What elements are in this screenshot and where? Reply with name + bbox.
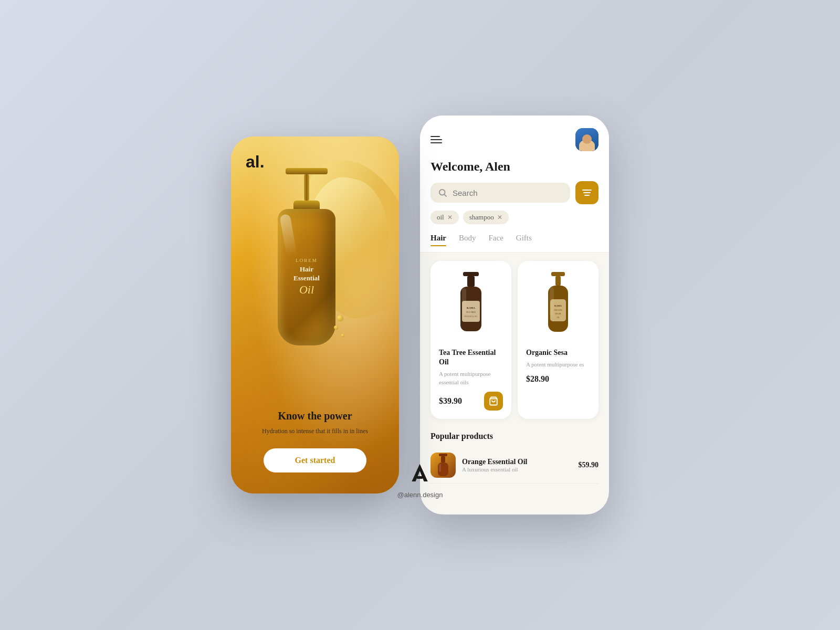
product-footer-tea-tree: $39.90 [439,392,503,411]
svg-text:TEA TREE: TEA TREE [466,311,476,313]
product-screen: Welcome, Alen [420,116,609,514]
bottle-body: LOREM Hair Essential Oil [278,209,335,345]
filter-line-1 [582,190,592,191]
user-avatar[interactable] [575,128,598,151]
svg-marker-25 [416,476,424,479]
search-section [420,181,609,211]
filter-button[interactable] [575,181,598,204]
product-footer-organic: $28.90 [526,374,590,384]
filter-line-2 [583,192,591,193]
oil-drop-3 [341,334,344,337]
bottle-pump-head [286,168,328,174]
popular-product-desc-orange: A luxurious essential oil [462,466,572,472]
svg-text:OIL: OIL [557,317,560,319]
tag-shampoo[interactable]: shampoo ✕ [463,211,509,224]
filter-line-3 [584,195,590,196]
get-started-button[interactable]: Get started [264,448,367,472]
avatar-face [575,128,598,151]
product-bottle-svg-1: KAMA TEA TREE ESSENTIAL OIL [453,272,489,340]
popular-item-orange[interactable]: Orange Essential Oil A luxurious essenti… [430,447,598,484]
menu-line-1 [430,136,440,137]
brand-logo-icon [397,461,443,488]
svg-marker-26 [412,464,428,481]
svg-text:ESSENTIAL OIL: ESSENTIAL OIL [464,316,477,318]
product-price-tea-tree: $39.90 [439,396,462,406]
category-hair[interactable]: Hair [430,234,446,246]
product-image-tea-tree: KAMA TEA TREE ESSENTIAL OIL [439,269,503,343]
product-price-organic: $28.90 [526,374,549,384]
tag-shampoo-label: shampoo [469,213,494,222]
add-to-cart-tea-tree[interactable] [484,392,503,411]
bottle-shine [279,214,297,257]
welcome-text: Welcome, Alen [430,160,598,174]
popular-title: Popular products [430,432,598,441]
bottle-cursive: Oil [293,283,320,297]
search-icon [438,188,447,197]
product-bottle: LOREM Hair Essential Oil [265,168,349,388]
category-face[interactable]: Face [489,234,503,246]
product-name-organic: Organic Sesa [526,348,590,358]
bottle-product-name: Hair Essential [293,265,320,283]
oil-drop-2 [334,326,338,330]
svg-rect-20 [439,454,447,456]
svg-rect-2 [463,272,479,276]
svg-text:KAMA: KAMA [554,304,562,307]
svg-line-1 [444,194,446,196]
filter-icon [582,190,592,196]
tag-oil-remove[interactable]: ✕ [447,214,453,222]
oil-drop-1 [337,315,343,321]
welcome-section: Welcome, Alen [420,158,609,181]
product-desc-organic: A potent multipurpose es [526,361,590,369]
splash-tagline: Know the power [246,410,384,422]
bottle-brand: LOREM [293,258,320,263]
category-gifts[interactable]: Gifts [516,234,532,246]
svg-rect-11 [551,272,565,276]
menu-line-2 [430,139,442,140]
logo-svg [407,461,433,488]
brand-footer: @alenn.design [397,461,443,499]
search-bar[interactable] [430,183,570,203]
product-header [420,116,609,158]
product-image-organic: KAMA ORGANIC SESAME OIL [526,269,590,343]
bottle-pump-neck [304,174,309,201]
brand-handle: @alenn.design [397,491,443,499]
svg-text:ORGANIC: ORGANIC [554,309,563,311]
category-body[interactable]: Body [459,234,476,246]
cart-icon [489,396,498,406]
popular-product-name-orange: Orange Essential Oil [462,458,572,466]
bottle-pump-base [293,201,320,209]
svg-rect-12 [555,276,561,286]
product-name-tea-tree: Tea Tree Essential Oil [439,348,503,367]
svg-point-0 [439,190,445,195]
tag-shampoo-remove[interactable]: ✕ [497,214,502,222]
product-card-tea-tree: KAMA TEA TREE ESSENTIAL OIL Tea Tree Ess… [430,261,511,419]
tags-section: oil ✕ shampoo ✕ [420,211,609,229]
splash-subtext: Hydration so intense that it fills in in… [246,426,384,436]
popular-product-info-orange: Orange Essential Oil A luxurious essenti… [462,458,572,472]
svg-text:SESAME: SESAME [555,313,561,315]
splash-content: Know the power Hydration so intense that… [231,410,399,494]
svg-text:KAMA: KAMA [467,307,475,309]
product-card-organic: KAMA ORGANIC SESAME OIL Organic Sesa A p… [518,261,598,419]
search-input[interactable] [453,188,563,197]
menu-line-3 [430,142,442,143]
popular-product-price-orange: $59.90 [579,461,599,469]
splash-logo: al. [246,152,265,172]
popular-section: Popular products Orange Essential Oil A … [420,427,609,514]
menu-button[interactable] [430,136,442,143]
product-desc-tea-tree: A potent multipurpose essential oils [439,370,503,386]
svg-rect-3 [467,276,475,287]
tag-oil[interactable]: oil ✕ [430,211,459,224]
categories-section: Hair Body Face Gifts [420,229,609,253]
tag-oil-label: oil [437,213,444,222]
products-grid: KAMA TEA TREE ESSENTIAL OIL Tea Tree Ess… [420,253,609,427]
product-bottle-svg-2: KAMA ORGANIC SESAME OIL [540,272,576,340]
screens-container: al. LOREM Hair Essential Oil [231,116,609,514]
bottle-label: LOREM Hair Essential Oil [293,258,320,297]
splash-screen: al. LOREM Hair Essential Oil [231,136,399,494]
